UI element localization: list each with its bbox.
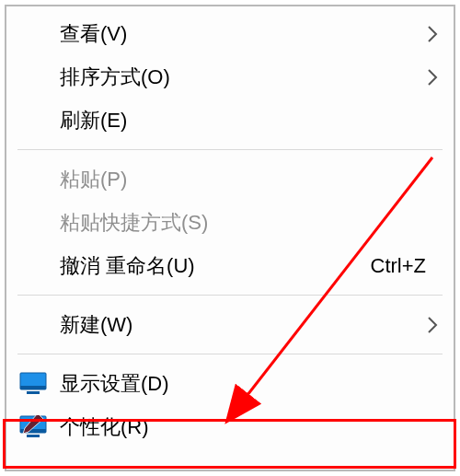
menu-item-new[interactable]: 新建(W) xyxy=(6,303,454,346)
menu-item-label: 刷新(E) xyxy=(60,107,441,134)
menu-item-paste-shortcut: 粘贴快捷方式(S) xyxy=(6,201,454,244)
menu-item-label: 粘贴(P) xyxy=(60,166,441,193)
menu-item-display-settings[interactable]: 显示设置(D) xyxy=(6,362,454,405)
menu-item-label: 显示设置(D) xyxy=(60,370,441,398)
menu-item-shortcut: Ctrl+Z xyxy=(371,254,442,278)
menu-separator xyxy=(17,149,443,150)
menu-item-personalize[interactable]: 个性化(R) xyxy=(6,405,454,448)
menu-item-refresh[interactable]: 刷新(E) xyxy=(6,99,454,142)
svg-rect-1 xyxy=(20,386,46,389)
svg-rect-2 xyxy=(27,391,40,394)
chevron-right-icon xyxy=(424,68,441,87)
menu-item-label: 查看(V) xyxy=(60,20,424,48)
chevron-right-icon xyxy=(424,25,441,43)
personalize-icon xyxy=(19,415,60,439)
context-menu: 查看(V) 排序方式(O) 刷新(E) 粘贴(P) 粘贴快捷方式(S) 撤消 重… xyxy=(5,5,455,471)
svg-rect-5 xyxy=(27,435,40,437)
menu-item-label: 个性化(R) xyxy=(60,413,441,441)
menu-item-sort[interactable]: 排序方式(O) xyxy=(6,55,454,99)
menu-separator xyxy=(17,354,443,354)
menu-item-label: 排序方式(O) xyxy=(60,64,424,91)
menu-item-label: 新建(W) xyxy=(60,311,424,339)
menu-item-undo-rename[interactable]: 撤消 重命名(U) Ctrl+Z xyxy=(6,244,454,287)
menu-separator xyxy=(17,295,443,296)
menu-item-view[interactable]: 查看(V) xyxy=(6,12,454,55)
menu-item-label: 撤消 重命名(U) xyxy=(60,252,371,280)
menu-item-paste: 粘贴(P) xyxy=(6,157,454,201)
chevron-right-icon xyxy=(424,316,441,334)
monitor-icon xyxy=(19,372,60,396)
menu-item-label: 粘贴快捷方式(S) xyxy=(60,209,441,237)
